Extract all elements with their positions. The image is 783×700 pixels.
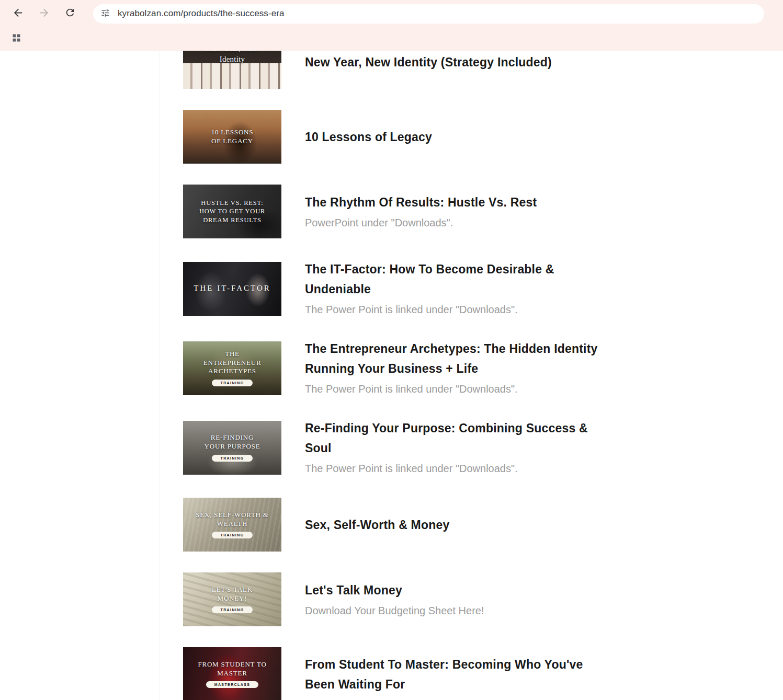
product-item-4[interactable]: THE IT-FACTOR The IT-Factor: How To Beco…	[183, 259, 617, 318]
product-subtitle: The Power Point is linked under "Downloa…	[305, 381, 611, 397]
product-thumbnail[interactable]: THE ENTREPRENEUR ARCHETYPES TRAINING	[183, 341, 281, 395]
thumbnail-badge: TRAINING	[212, 532, 252, 538]
product-subtitle: The Power Point is linked under "Downloa…	[305, 301, 611, 318]
browser-chrome: kyrabolzan.com/products/the-success-era	[0, 0, 783, 51]
product-title[interactable]: Sex, Self-Worth & Money	[305, 515, 611, 535]
thumbnail-badge: MASTERCLASS	[206, 681, 259, 688]
product-thumbnail[interactable]: 10 LESSONS OF LEGACY	[183, 110, 281, 164]
browser-toolbar: kyrabolzan.com/products/the-success-era	[0, 0, 783, 27]
thumbnail-badge: TRAINING	[212, 455, 252, 462]
product-title[interactable]: Let's Talk Money	[305, 580, 611, 600]
thumbnail-badge: TRAINING	[212, 606, 252, 613]
thumbnail-caption: RE-FINDING YOUR PURPOSE	[200, 433, 264, 451]
product-thumbnail[interactable]: THE IT-FACTOR	[183, 262, 281, 316]
product-item-2[interactable]: 10 LESSONS OF LEGACY 10 Lessons of Legac…	[183, 110, 617, 164]
product-thumbnail[interactable]: SEX, SELF-WORTH & WEALTH TRAINING	[183, 498, 281, 552]
thumbnail-caption: THE ENTREPRENEUR ARCHETYPES	[195, 350, 269, 376]
product-item-6[interactable]: RE-FINDING YOUR PURPOSE TRAINING Re-Find…	[183, 418, 617, 477]
apps-grid-button[interactable]	[9, 32, 23, 46]
back-button[interactable]	[7, 3, 28, 24]
product-subtitle: Download Your Budgeting Sheet Here!	[305, 602, 611, 619]
thumbnail-badge: TRAINING	[212, 380, 252, 386]
bookmarks-bar	[0, 27, 783, 51]
product-item-9[interactable]: FROM STUDENT TO MASTER MASTERCLASS From …	[183, 647, 617, 700]
url-text[interactable]: kyrabolzan.com/products/the-success-era	[118, 8, 285, 19]
product-subtitle: The Power Point is linked under "Downloa…	[305, 460, 611, 477]
product-item-3[interactable]: HUSTLE VS. REST: HOW TO GET YOUR DREAM R…	[183, 185, 617, 238]
forward-button[interactable]	[33, 3, 54, 24]
address-bar[interactable]: kyrabolzan.com/products/the-success-era	[93, 4, 764, 24]
product-item-1[interactable]: New Year, New Identity New Year, New Ide…	[183, 51, 617, 89]
reload-icon	[64, 7, 76, 20]
product-subtitle: PowerPoint under "Downloads".	[305, 214, 611, 231]
product-thumbnail[interactable]: FROM STUDENT TO MASTER MASTERCLASS	[183, 647, 281, 700]
forward-icon	[38, 7, 50, 21]
apps-grid-icon	[11, 32, 22, 45]
product-title[interactable]: From Student To Master: Becoming Who You…	[305, 655, 611, 694]
thumbnail-caption: LET'S TALK MONEY!	[206, 586, 259, 603]
product-item-8[interactable]: LET'S TALK MONEY! TRAINING Let's Talk Mo…	[183, 572, 617, 626]
thumbnail-caption: HUSTLE VS. REST: HOW TO GET YOUR DREAM R…	[192, 199, 272, 224]
site-info-icon[interactable]	[100, 8, 110, 20]
thumbnail-caption: THE IT-FACTOR	[194, 283, 270, 294]
product-item-7[interactable]: SEX, SELF-WORTH & WEALTH TRAINING Sex, S…	[183, 498, 617, 552]
product-thumbnail[interactable]: New Year, New Identity	[183, 51, 281, 89]
product-title[interactable]: The Rhythm Of Results: Hustle Vs. Rest	[305, 192, 611, 212]
thumbnail-caption: 10 LESSONS OF LEGACY	[208, 128, 256, 146]
thumbnail-caption: FROM STUDENT TO MASTER	[198, 660, 267, 678]
thumbnail-caption: New Year, New Identity	[198, 51, 266, 64]
page-content: New Year, New Identity New Year, New Ide…	[0, 51, 783, 700]
product-title[interactable]: 10 Lessons of Legacy	[305, 127, 611, 147]
thumbnail-caption: SEX, SELF-WORTH & WEALTH	[192, 511, 272, 529]
product-thumbnail[interactable]: LET'S TALK MONEY! TRAINING	[183, 572, 281, 626]
product-list: New Year, New Identity New Year, New Ide…	[183, 51, 617, 700]
product-item-5[interactable]: THE ENTREPRENEUR ARCHETYPES TRAINING The…	[183, 339, 617, 397]
product-title[interactable]: The Entrepreneur Archetypes: The Hidden …	[305, 339, 611, 378]
product-thumbnail[interactable]: RE-FINDING YOUR PURPOSE TRAINING	[183, 421, 281, 475]
product-thumbnail[interactable]: HUSTLE VS. REST: HOW TO GET YOUR DREAM R…	[183, 185, 281, 238]
product-title[interactable]: Re-Finding Your Purpose: Combining Succe…	[305, 418, 611, 458]
product-title[interactable]: The IT-Factor: How To Become Desirable &…	[305, 259, 611, 299]
back-icon	[12, 7, 24, 21]
reload-button[interactable]	[60, 3, 81, 24]
product-title[interactable]: New Year, New Identity (Strategy Include…	[305, 52, 611, 72]
